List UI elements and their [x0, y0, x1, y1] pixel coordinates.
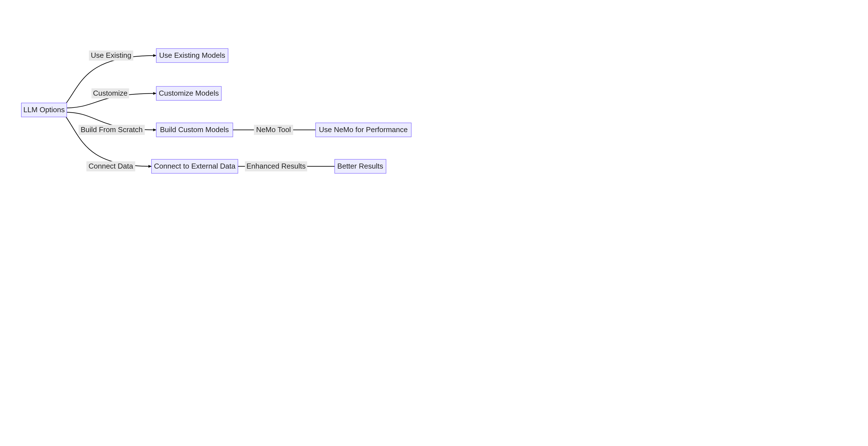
svg-text:Better Results: Better Results — [337, 162, 383, 170]
svg-text:LLM Options: LLM Options — [23, 105, 64, 114]
edge-label-nemo-tool: NeMo Tool — [254, 125, 293, 135]
node-better-results: Better Results — [335, 159, 386, 173]
svg-text:Use Existing: Use Existing — [91, 51, 131, 60]
edge-label-use-existing: Use Existing — [89, 51, 133, 61]
edge-connect-data — [64, 115, 152, 166]
node-customize-models: Customize Models — [156, 86, 221, 100]
edge-label-build-from-scratch: Build From Scratch — [79, 125, 145, 135]
svg-text:Build Custom Models: Build Custom Models — [160, 125, 229, 134]
node-connect-external-data: Connect to External Data — [152, 159, 238, 173]
edge-label-connect-data: Connect Data — [86, 161, 135, 171]
edge-label-enhanced-results: Enhanced Results — [245, 161, 307, 171]
svg-text:Build From Scratch: Build From Scratch — [81, 125, 143, 134]
svg-text:Enhanced Results: Enhanced Results — [246, 162, 306, 170]
svg-text:NeMo Tool: NeMo Tool — [256, 125, 291, 134]
svg-text:Customize: Customize — [93, 89, 128, 97]
edge-label-customize: Customize — [91, 88, 129, 98]
diagram-canvas: Use Existing Customize Build From Scratc… — [0, 0, 434, 223]
svg-text:Use Existing Models: Use Existing Models — [159, 51, 225, 60]
node-use-existing-models: Use Existing Models — [156, 49, 228, 63]
node-build-custom-models: Build Custom Models — [156, 123, 233, 137]
svg-text:Connect to External Data: Connect to External Data — [154, 162, 236, 170]
node-use-nemo: Use NeMo for Performance — [316, 123, 411, 137]
svg-text:Connect Data: Connect Data — [89, 162, 133, 170]
svg-text:Use NeMo for Performance: Use NeMo for Performance — [319, 125, 408, 134]
svg-text:Customize Models: Customize Models — [159, 89, 219, 97]
node-llm-options: LLM Options — [21, 103, 67, 117]
